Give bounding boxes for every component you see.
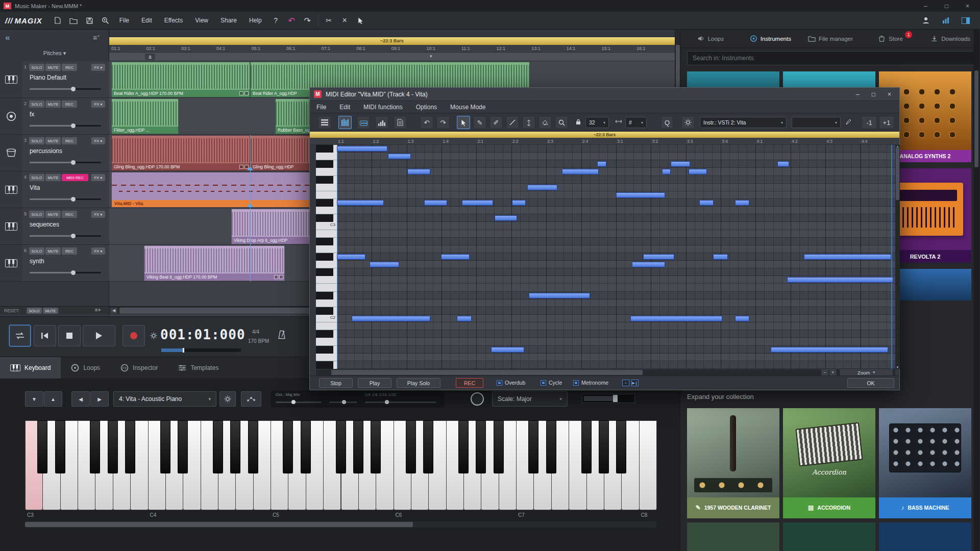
scissors-icon[interactable]: ✂	[322, 14, 336, 27]
menu-file[interactable]: File	[316, 104, 326, 111]
track-header-3[interactable]: 3SOLOMUTERECFX ▾percussions	[0, 135, 109, 171]
keyboard-black-key[interactable]	[37, 420, 47, 473]
menu-midi-functions[interactable]: MIDI functions	[363, 104, 403, 111]
midi-piano-key[interactable]	[316, 330, 337, 338]
midi-note[interactable]	[512, 200, 526, 206]
scroll-down-icon[interactable]: ▼	[895, 366, 900, 369]
midi-note[interactable]	[671, 161, 690, 167]
keyboard-black-key[interactable]	[476, 420, 486, 473]
keyboard-black-key[interactable]	[90, 420, 100, 473]
track-fx-button[interactable]: FX ▾	[91, 247, 105, 255]
line-tool-icon[interactable]	[506, 116, 519, 129]
bpm-display[interactable]: 170 BPM	[248, 338, 269, 344]
pipette-icon[interactable]	[846, 119, 852, 125]
track-volume-slider[interactable]	[30, 235, 101, 237]
midi-piano-key[interactable]	[316, 238, 337, 245]
keyboard-black-key[interactable]	[406, 420, 416, 473]
midi-play-button[interactable]: Play	[358, 378, 391, 388]
audio-clip[interactable]: Flitter_ogg.HDP ...	[111, 98, 179, 134]
stop-button[interactable]	[58, 325, 81, 346]
midi-piano-keys[interactable]: C3C2	[316, 145, 337, 369]
scroll-left-icon[interactable]: ◀	[110, 308, 117, 314]
midi-play-solo-button[interactable]: Play Solo	[397, 378, 440, 388]
keyboard-black-key[interactable]	[371, 420, 381, 473]
track-volume-slider[interactable]	[30, 162, 101, 163]
midi-note[interactable]	[337, 254, 365, 260]
piano-roll-grid[interactable]	[337, 145, 895, 369]
menu-file[interactable]: File	[114, 17, 135, 24]
tab-downloads[interactable]: Downloads	[920, 30, 980, 47]
keyboard-black-key[interactable]	[616, 420, 626, 473]
midi-note[interactable]	[337, 146, 387, 152]
keyboard-black-key[interactable]	[248, 420, 258, 473]
midi-note[interactable]	[632, 262, 665, 267]
track-rec-button[interactable]: REC	[62, 211, 77, 218]
overdub-checkbox[interactable]: Overdub	[497, 380, 525, 386]
track-fx-button[interactable]: FX ▾	[91, 64, 105, 71]
close-icon[interactable]: ×	[888, 91, 891, 98]
midi-note[interactable]	[787, 277, 893, 283]
midi-piano-key[interactable]	[316, 354, 337, 361]
track-header-4[interactable]: 4SOLOMUTEMIDI RECFX ▾Vita	[0, 171, 109, 208]
keyboard-black-key[interactable]	[423, 420, 433, 473]
track-volume-slider[interactable]	[30, 272, 101, 273]
undo-icon[interactable]: ↶	[420, 116, 433, 129]
product-card[interactable]	[783, 522, 875, 551]
track-fx-button[interactable]: FX ▾	[91, 174, 105, 181]
track-solo-button[interactable]: SOLO	[29, 101, 44, 108]
keyboard-black-key[interactable]	[108, 420, 118, 473]
metronome-checkbox[interactable]: Metronome	[573, 380, 608, 386]
midi-piano-key[interactable]	[316, 276, 337, 284]
close-icon[interactable]: ×	[966, 3, 969, 10]
event-list-view-icon[interactable]	[318, 116, 331, 129]
track-fx-button[interactable]: FX ▾	[91, 101, 105, 108]
keyboard-black-key[interactable]	[301, 420, 311, 473]
midi-note[interactable]	[643, 254, 674, 260]
midi-piano-key[interactable]	[316, 346, 337, 354]
keyboard-black-key[interactable]	[55, 420, 65, 473]
product-card[interactable]: ♪BASS MACHINE	[879, 408, 971, 518]
midi-note[interactable]	[562, 169, 599, 174]
brush-tool-icon[interactable]: ✐	[489, 116, 503, 129]
product-card[interactable]: ✎1957 WOODEN CLARINET	[687, 408, 779, 518]
track-rec-button[interactable]: MIDI REC	[62, 174, 88, 181]
maximize-icon[interactable]: □	[945, 3, 948, 10]
menu-edit[interactable]: Edit	[136, 17, 158, 24]
track-solo-button[interactable]: SOLO	[29, 211, 44, 218]
undo-icon[interactable]: ↶	[284, 14, 299, 27]
keyboard-scrollbar[interactable]	[25, 521, 656, 528]
go-to-start-icon[interactable]: ▶❙	[631, 380, 639, 386]
midi-note[interactable]	[662, 169, 671, 174]
hscroll-thumb[interactable]	[331, 370, 643, 375]
clip-option-icons[interactable]	[274, 275, 283, 279]
track-volume-slider[interactable]	[30, 198, 101, 200]
tab-inspector[interactable]: FX Inspector	[110, 357, 168, 379]
velocity-editor-icon[interactable]	[375, 116, 388, 129]
midi-note[interactable]	[804, 254, 891, 260]
track-mute-button[interactable]: MUTE	[45, 174, 61, 181]
keyboard-white-key[interactable]	[639, 420, 657, 510]
vscroll-thumb[interactable]	[896, 147, 899, 200]
settings-search-icon[interactable]	[98, 14, 113, 27]
midi-note[interactable]	[735, 200, 749, 206]
track-mute-button[interactable]: MUTE	[45, 211, 61, 218]
cursor-tool-icon[interactable]	[353, 14, 368, 27]
midi-piano-key[interactable]	[316, 176, 337, 184]
midi-piano-key[interactable]	[316, 230, 337, 238]
reset-solo-button[interactable]: SOLO	[27, 308, 42, 314]
midi-piano-key[interactable]	[316, 361, 337, 369]
arrangement-marker-strip[interactable]: a ▾	[109, 53, 675, 61]
open-folder-icon[interactable]	[66, 14, 81, 27]
selection-tool-icon[interactable]	[457, 116, 470, 129]
track-rec-button[interactable]: REC	[62, 247, 77, 255]
midi-piano-key[interactable]	[316, 268, 337, 276]
rewind-button[interactable]	[34, 325, 56, 346]
drum-editor-icon[interactable]	[357, 116, 370, 129]
keyboard-black-key[interactable]	[336, 420, 346, 473]
keyboard-black-key[interactable]	[458, 420, 469, 473]
product-card[interactable]: Accordion▤ACCORDION	[783, 408, 875, 518]
midi-note[interactable]	[699, 200, 714, 206]
preset-select[interactable]: ▾	[792, 117, 841, 128]
transpose-minus-button[interactable]: -1	[862, 116, 877, 129]
track-rec-button[interactable]: REC	[62, 137, 77, 144]
